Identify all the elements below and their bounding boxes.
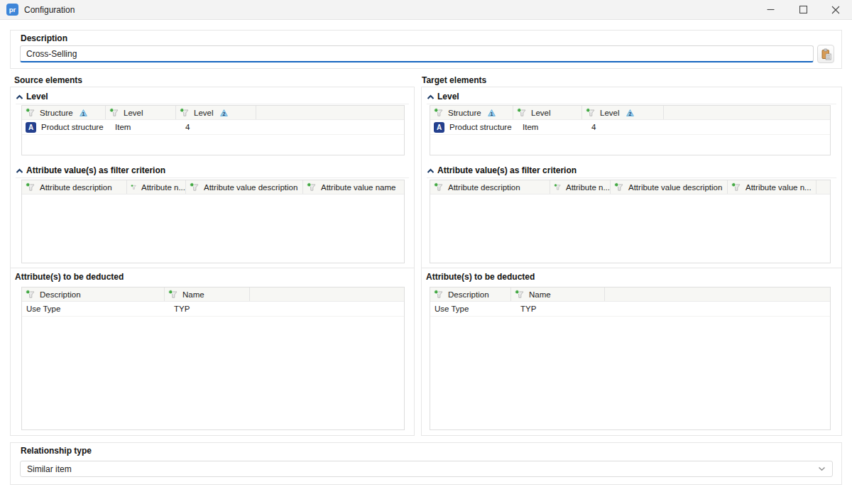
column-header-structure[interactable]: Structure 1 bbox=[430, 106, 513, 119]
window-controls bbox=[754, 0, 852, 19]
configuration-window: pr Configuration Description bbox=[0, 0, 852, 504]
filter-icon[interactable] bbox=[434, 290, 443, 299]
filter-icon[interactable] bbox=[517, 108, 526, 117]
level-number-cell: 4 bbox=[582, 123, 664, 131]
column-label: Structure bbox=[40, 109, 73, 117]
target-elements-panel: Level Structure 1 Level Level 2 bbox=[421, 87, 842, 436]
sort-ascending-icon: 2 bbox=[220, 109, 228, 116]
app-logo-icon: pr bbox=[6, 4, 18, 16]
title-bar: pr Configuration bbox=[0, 0, 852, 20]
table-header-row: Structure 1 Level Level 2 bbox=[430, 106, 830, 120]
source-deducted-table: Description Name Use Type TYP bbox=[21, 287, 405, 430]
product-structure-icon: A bbox=[26, 122, 36, 133]
column-label: Attribute n... bbox=[141, 183, 185, 192]
column-header-level-number[interactable]: Level 2 bbox=[582, 106, 664, 119]
source-filter-section-header[interactable]: Attribute value(s) as filter criterion bbox=[16, 163, 409, 178]
column-header-structure[interactable]: Structure 1 bbox=[22, 106, 106, 119]
column-header-attribute-value-name[interactable]: Attribute value n... bbox=[728, 180, 816, 194]
column-header-description[interactable]: Description bbox=[430, 287, 511, 301]
paste-button[interactable] bbox=[817, 45, 834, 63]
maximize-icon bbox=[799, 6, 807, 13]
level-number-cell: 4 bbox=[176, 123, 256, 131]
filter-icon[interactable] bbox=[554, 182, 561, 192]
filter-icon[interactable] bbox=[131, 182, 136, 192]
relationship-type-label: Relationship type bbox=[21, 446, 92, 456]
column-header-attribute-value-description[interactable]: Attribute value description bbox=[611, 180, 728, 194]
column-header-filler bbox=[250, 287, 404, 301]
level-cell: Item bbox=[106, 123, 176, 131]
column-header-attribute-value-name[interactable]: Attribute value name bbox=[303, 180, 404, 194]
description-group: Description bbox=[10, 30, 842, 69]
section-divider bbox=[422, 268, 841, 268]
structure-cell: Product structure bbox=[41, 123, 104, 131]
column-header-filler bbox=[664, 106, 830, 119]
table-row[interactable]: A Product structure Item 4 bbox=[22, 120, 404, 135]
target-filter-section-header[interactable]: Attribute value(s) as filter criterion bbox=[427, 163, 836, 178]
column-header-name[interactable]: Name bbox=[511, 287, 605, 301]
filter-icon[interactable] bbox=[434, 182, 443, 192]
column-label: Structure bbox=[448, 109, 481, 117]
filter-icon[interactable] bbox=[26, 108, 35, 117]
target-level-section-header[interactable]: Level bbox=[427, 89, 836, 104]
column-header-attribute-description[interactable]: Attribute description bbox=[430, 180, 550, 194]
sort-order-number: 2 bbox=[222, 111, 225, 116]
maximize-button[interactable] bbox=[787, 0, 819, 19]
column-header-level[interactable]: Level bbox=[106, 106, 176, 119]
column-label: Attribute value description bbox=[628, 183, 722, 192]
column-label: Name bbox=[529, 290, 551, 299]
column-header-attribute-description[interactable]: Attribute description bbox=[22, 180, 127, 194]
table-row[interactable]: Use Type TYP bbox=[22, 302, 404, 317]
filter-icon[interactable] bbox=[586, 108, 595, 117]
description-label: Description bbox=[21, 33, 67, 43]
filter-icon[interactable] bbox=[109, 108, 119, 117]
column-label: Attribute value name bbox=[321, 183, 395, 192]
product-structure-icon: A bbox=[434, 122, 444, 133]
column-header-attribute-value-description[interactable]: Attribute value description bbox=[186, 180, 303, 194]
column-label: Attribute description bbox=[40, 183, 112, 192]
table-header-row: Attribute description Attribute n... Att… bbox=[22, 180, 404, 195]
chevron-up-icon bbox=[16, 168, 23, 174]
column-header-filler bbox=[816, 180, 830, 194]
source-deducted-title: Attribute(s) to be deducted bbox=[15, 272, 124, 282]
filter-icon[interactable] bbox=[168, 290, 178, 299]
section-title: Level bbox=[437, 92, 459, 102]
filter-icon[interactable] bbox=[180, 108, 189, 117]
minimize-button[interactable] bbox=[754, 0, 787, 19]
column-header-level[interactable]: Level bbox=[513, 106, 582, 119]
table-header-row: Attribute description Attribute n... Att… bbox=[430, 180, 830, 195]
relationship-type-select[interactable]: Similar item bbox=[20, 461, 833, 477]
source-elements-title: Source elements bbox=[14, 75, 82, 85]
target-deducted-table: Description Name Use Type TYP bbox=[430, 287, 831, 430]
filter-icon[interactable] bbox=[434, 108, 443, 117]
section-divider bbox=[11, 268, 414, 268]
table-row[interactable]: A Product structure Item 4 bbox=[430, 120, 830, 135]
column-header-attribute-name[interactable]: Attribute n... bbox=[550, 180, 611, 194]
sort-order-number: 1 bbox=[82, 111, 84, 116]
table-row[interactable]: Use Type TYP bbox=[430, 302, 830, 317]
table-header-row: Description Name bbox=[22, 287, 404, 302]
filter-icon[interactable] bbox=[515, 290, 524, 299]
filter-icon[interactable] bbox=[190, 182, 199, 192]
description-input[interactable] bbox=[20, 45, 814, 62]
table-header-row: Structure 1 Level Level 2 bbox=[22, 106, 404, 120]
target-elements-title: Target elements bbox=[422, 75, 486, 85]
source-level-section-header[interactable]: Level bbox=[16, 89, 409, 104]
section-title: Level bbox=[26, 92, 48, 102]
filter-icon[interactable] bbox=[731, 182, 741, 192]
sort-ascending-icon: 1 bbox=[488, 109, 496, 116]
filter-icon[interactable] bbox=[26, 182, 35, 192]
close-button[interactable] bbox=[819, 0, 852, 19]
column-header-name[interactable]: Name bbox=[165, 287, 250, 301]
source-filter-table: Attribute description Attribute n... Att… bbox=[21, 180, 405, 263]
filter-icon[interactable] bbox=[26, 290, 35, 299]
filter-icon[interactable] bbox=[307, 182, 316, 192]
column-header-filler bbox=[605, 287, 830, 301]
chevron-up-icon bbox=[427, 94, 435, 100]
column-header-attribute-name[interactable]: Attribute n... bbox=[127, 180, 186, 194]
column-header-description[interactable]: Description bbox=[22, 287, 165, 301]
column-header-level-number[interactable]: Level 2 bbox=[176, 106, 256, 119]
filter-icon[interactable] bbox=[614, 182, 623, 192]
column-label: Level bbox=[531, 109, 551, 117]
name-cell: TYP bbox=[165, 305, 250, 313]
sort-order-number: 2 bbox=[628, 111, 631, 116]
